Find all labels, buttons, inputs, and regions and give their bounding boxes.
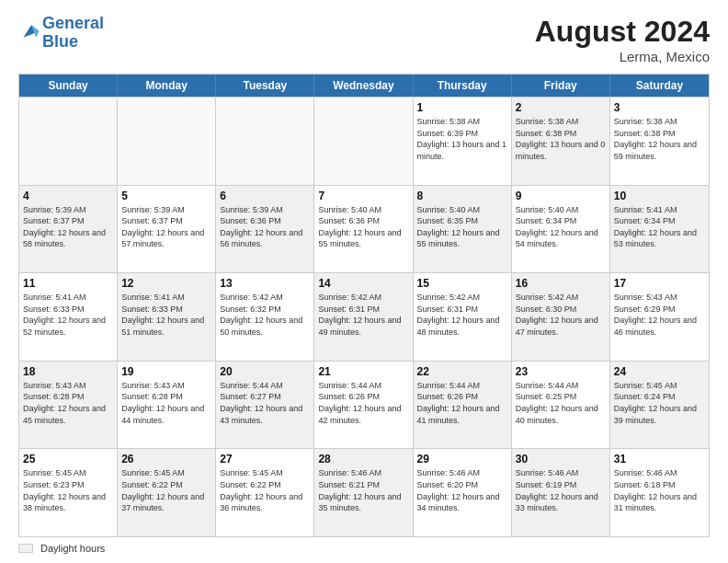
day-cell-21: 21Sunrise: 5:44 AM Sunset: 6:26 PM Dayli… bbox=[314, 362, 413, 449]
day-cell-16: 16Sunrise: 5:42 AM Sunset: 6:30 PM Dayli… bbox=[512, 273, 610, 361]
cell-info: Sunrise: 5:42 AM Sunset: 6:30 PM Dayligh… bbox=[516, 292, 606, 338]
day-cell-6: 6Sunrise: 5:39 AM Sunset: 6:36 PM Daylig… bbox=[216, 186, 314, 273]
day-cell-22: 22Sunrise: 5:44 AM Sunset: 6:26 PM Dayli… bbox=[414, 362, 512, 449]
cell-info: Sunrise: 5:46 AM Sunset: 6:18 PM Dayligh… bbox=[614, 467, 705, 513]
cell-info: Sunrise: 5:38 AM Sunset: 6:38 PM Dayligh… bbox=[614, 116, 705, 162]
day-cell-14: 14Sunrise: 5:42 AM Sunset: 6:31 PM Dayli… bbox=[314, 273, 413, 361]
day-cell-24: 24Sunrise: 5:45 AM Sunset: 6:24 PM Dayli… bbox=[610, 362, 709, 449]
day-number: 21 bbox=[318, 365, 408, 378]
day-number: 4 bbox=[23, 190, 113, 202]
week-row-1: 1Sunrise: 5:38 AM Sunset: 6:39 PM Daylig… bbox=[19, 97, 709, 185]
col-wednesday: Wednesday bbox=[314, 75, 413, 97]
day-cell-9: 9Sunrise: 5:40 AM Sunset: 6:34 PM Daylig… bbox=[512, 186, 610, 273]
day-cell-empty bbox=[216, 98, 314, 185]
day-number: 6 bbox=[220, 190, 310, 202]
day-cell-31: 31Sunrise: 5:46 AM Sunset: 6:18 PM Dayli… bbox=[610, 449, 709, 536]
day-number: 25 bbox=[23, 453, 113, 465]
day-number: 19 bbox=[121, 365, 211, 378]
day-number: 29 bbox=[417, 453, 507, 465]
col-friday: Friday bbox=[512, 75, 610, 97]
cell-info: Sunrise: 5:45 AM Sunset: 6:24 PM Dayligh… bbox=[614, 380, 705, 426]
day-number: 17 bbox=[614, 277, 705, 290]
logo-line1: General bbox=[42, 14, 104, 32]
day-cell-10: 10Sunrise: 5:41 AM Sunset: 6:34 PM Dayli… bbox=[610, 186, 709, 273]
day-cell-23: 23Sunrise: 5:44 AM Sunset: 6:25 PM Dayli… bbox=[512, 362, 610, 449]
cell-info: Sunrise: 5:43 AM Sunset: 6:28 PM Dayligh… bbox=[23, 380, 113, 426]
day-number: 24 bbox=[614, 365, 705, 378]
cell-info: Sunrise: 5:46 AM Sunset: 6:21 PM Dayligh… bbox=[318, 467, 408, 513]
day-number: 5 bbox=[121, 190, 211, 202]
day-cell-empty bbox=[118, 98, 216, 185]
day-number: 10 bbox=[614, 190, 705, 202]
cell-info: Sunrise: 5:41 AM Sunset: 6:33 PM Dayligh… bbox=[121, 292, 211, 338]
cell-info: Sunrise: 5:39 AM Sunset: 6:37 PM Dayligh… bbox=[23, 204, 113, 250]
day-cell-28: 28Sunrise: 5:46 AM Sunset: 6:21 PM Dayli… bbox=[314, 449, 413, 536]
day-number: 13 bbox=[220, 277, 310, 290]
day-cell-11: 11Sunrise: 5:41 AM Sunset: 6:33 PM Dayli… bbox=[19, 273, 118, 361]
cell-info: Sunrise: 5:43 AM Sunset: 6:29 PM Dayligh… bbox=[614, 292, 705, 338]
logo-icon bbox=[20, 20, 42, 42]
day-cell-12: 12Sunrise: 5:41 AM Sunset: 6:33 PM Dayli… bbox=[118, 273, 216, 361]
day-cell-empty bbox=[314, 98, 413, 185]
cell-info: Sunrise: 5:42 AM Sunset: 6:31 PM Dayligh… bbox=[417, 292, 507, 338]
day-cell-empty bbox=[19, 98, 118, 185]
col-sunday: Sunday bbox=[19, 75, 118, 97]
cell-info: Sunrise: 5:38 AM Sunset: 6:39 PM Dayligh… bbox=[417, 116, 507, 162]
cell-info: Sunrise: 5:39 AM Sunset: 6:36 PM Dayligh… bbox=[220, 204, 310, 250]
cell-info: Sunrise: 5:38 AM Sunset: 6:38 PM Dayligh… bbox=[516, 116, 606, 162]
col-saturday: Saturday bbox=[610, 75, 709, 97]
cell-info: Sunrise: 5:41 AM Sunset: 6:34 PM Dayligh… bbox=[614, 204, 705, 250]
col-thursday: Thursday bbox=[414, 75, 512, 97]
day-cell-30: 30Sunrise: 5:46 AM Sunset: 6:19 PM Dayli… bbox=[512, 449, 610, 536]
cell-info: Sunrise: 5:43 AM Sunset: 6:28 PM Dayligh… bbox=[121, 380, 211, 426]
day-cell-26: 26Sunrise: 5:45 AM Sunset: 6:22 PM Dayli… bbox=[118, 449, 216, 536]
daylight-swatch bbox=[18, 544, 33, 553]
cell-info: Sunrise: 5:40 AM Sunset: 6:36 PM Dayligh… bbox=[318, 204, 408, 250]
week-row-3: 11Sunrise: 5:41 AM Sunset: 6:33 PM Dayli… bbox=[19, 272, 709, 361]
day-number: 12 bbox=[121, 277, 211, 290]
day-cell-13: 13Sunrise: 5:42 AM Sunset: 6:32 PM Dayli… bbox=[216, 273, 314, 361]
cell-info: Sunrise: 5:39 AM Sunset: 6:37 PM Dayligh… bbox=[121, 204, 211, 250]
cell-info: Sunrise: 5:45 AM Sunset: 6:23 PM Dayligh… bbox=[23, 467, 113, 513]
cell-info: Sunrise: 5:42 AM Sunset: 6:32 PM Dayligh… bbox=[220, 292, 310, 338]
day-number: 7 bbox=[318, 190, 408, 202]
day-number: 3 bbox=[614, 101, 705, 114]
day-cell-3: 3Sunrise: 5:38 AM Sunset: 6:38 PM Daylig… bbox=[610, 98, 709, 185]
cell-info: Sunrise: 5:40 AM Sunset: 6:35 PM Dayligh… bbox=[417, 204, 507, 250]
cell-info: Sunrise: 5:44 AM Sunset: 6:26 PM Dayligh… bbox=[318, 380, 408, 426]
day-cell-5: 5Sunrise: 5:39 AM Sunset: 6:37 PM Daylig… bbox=[118, 186, 216, 273]
col-tuesday: Tuesday bbox=[216, 75, 314, 97]
day-number: 15 bbox=[417, 277, 507, 290]
cell-info: Sunrise: 5:44 AM Sunset: 6:25 PM Dayligh… bbox=[516, 380, 606, 426]
header: General Blue August 2024 Lerma, Mexico bbox=[18, 15, 710, 64]
day-number: 26 bbox=[121, 453, 211, 465]
day-number: 27 bbox=[220, 453, 310, 465]
logo-line2: Blue bbox=[42, 32, 78, 51]
location: Lerma, Mexico bbox=[535, 49, 710, 64]
day-cell-18: 18Sunrise: 5:43 AM Sunset: 6:28 PM Dayli… bbox=[19, 362, 118, 449]
cell-info: Sunrise: 5:45 AM Sunset: 6:22 PM Dayligh… bbox=[121, 467, 211, 513]
footer-label: Daylight hours bbox=[40, 543, 105, 554]
footer: Daylight hours bbox=[18, 543, 710, 554]
day-cell-29: 29Sunrise: 5:46 AM Sunset: 6:20 PM Dayli… bbox=[414, 449, 512, 536]
calendar: Sunday Monday Tuesday Wednesday Thursday… bbox=[18, 74, 710, 537]
day-number: 28 bbox=[318, 453, 408, 465]
week-row-2: 4Sunrise: 5:39 AM Sunset: 6:37 PM Daylig… bbox=[19, 185, 709, 273]
day-number: 22 bbox=[417, 365, 507, 378]
day-number: 1 bbox=[417, 101, 507, 114]
page: General Blue August 2024 Lerma, Mexico S… bbox=[0, 0, 728, 563]
cell-info: Sunrise: 5:46 AM Sunset: 6:19 PM Dayligh… bbox=[516, 467, 606, 513]
day-number: 8 bbox=[417, 190, 507, 202]
logo: General Blue bbox=[18, 15, 104, 52]
day-number: 11 bbox=[23, 277, 113, 290]
day-cell-8: 8Sunrise: 5:40 AM Sunset: 6:35 PM Daylig… bbox=[414, 186, 512, 273]
month-year: August 2024 bbox=[535, 15, 710, 49]
day-cell-25: 25Sunrise: 5:45 AM Sunset: 6:23 PM Dayli… bbox=[19, 449, 118, 536]
day-cell-17: 17Sunrise: 5:43 AM Sunset: 6:29 PM Dayli… bbox=[610, 273, 709, 361]
day-cell-7: 7Sunrise: 5:40 AM Sunset: 6:36 PM Daylig… bbox=[314, 186, 413, 273]
week-row-5: 25Sunrise: 5:45 AM Sunset: 6:23 PM Dayli… bbox=[19, 448, 709, 536]
day-cell-20: 20Sunrise: 5:44 AM Sunset: 6:27 PM Dayli… bbox=[216, 362, 314, 449]
day-number: 23 bbox=[516, 365, 606, 378]
day-number: 16 bbox=[516, 277, 606, 290]
calendar-body: 1Sunrise: 5:38 AM Sunset: 6:39 PM Daylig… bbox=[19, 97, 709, 536]
